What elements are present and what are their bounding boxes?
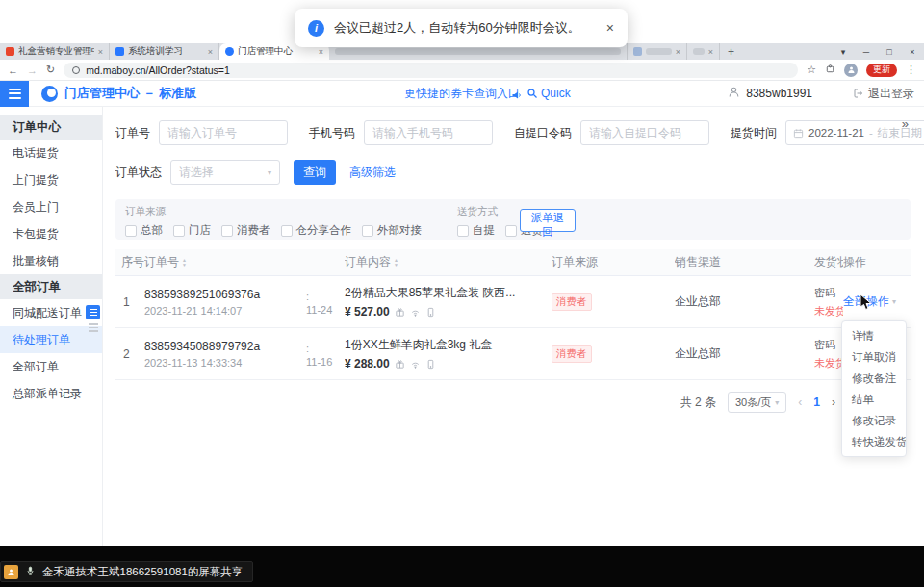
browser-address-bar: ← → ↻ md.maboy.cn/AllOrder?status=1 ☆ 更新… [0, 60, 924, 81]
source-checkbox-warehouse-share[interactable]: 仓分享合作 [281, 223, 352, 238]
tab-close-icon[interactable]: × [319, 47, 323, 57]
tab-close-icon[interactable]: × [98, 47, 103, 57]
window-close-button[interactable]: × [901, 47, 924, 57]
product-title: 2份精品大果85苹果礼盒装 陕西... [345, 285, 552, 301]
extensions-icon[interactable] [825, 64, 835, 76]
tab-training[interactable]: 系统培训学习 × [110, 43, 219, 60]
sidebar-section-all-orders[interactable]: 全部订单 [0, 274, 102, 299]
refresh-button[interactable]: ↻ [46, 64, 55, 76]
prev-page-button[interactable]: ‹ [798, 396, 802, 409]
all-actions-dropdown-trigger[interactable]: 全部操作 ▾ [843, 294, 911, 310]
dispatch-return-button[interactable]: 派单退回 [520, 209, 576, 232]
pickup-time-label: 提货时间 [731, 125, 777, 141]
pickup-code-input[interactable] [580, 120, 709, 145]
tab-close-icon[interactable]: × [708, 47, 713, 57]
next-page-button[interactable]: › [832, 396, 835, 409]
toast-close-icon[interactable]: × [606, 20, 614, 36]
sidebar-item-batch-verify[interactable]: 批量核销 [0, 247, 102, 274]
tab-search-icon[interactable]: ▾ [832, 47, 855, 57]
pickup-code-group: 自提口令码 [514, 120, 709, 145]
table-header-row: 序号 订单号 ▲▼ 订单内容 ▲▼ 订单来源 销售渠道 发货状态 操作 [116, 249, 911, 276]
menu-item-details[interactable]: 详情 [842, 325, 906, 346]
profile-avatar[interactable] [844, 64, 858, 77]
quick-search-link[interactable]: Quick [526, 87, 571, 100]
menu-item-edit-remark[interactable]: 修改备注 [842, 368, 906, 389]
tab-redacted-2[interactable]: × [628, 43, 687, 60]
sidebar-item-all-orders[interactable]: 全部订单 [0, 353, 102, 380]
drag-handle-icon[interactable] [89, 323, 98, 332]
sidebar-item-door-pickup[interactable]: 上门提货 [0, 166, 102, 193]
site-info-icon[interactable] [72, 66, 80, 74]
collapse-panel-icon[interactable]: » [902, 116, 909, 131]
sort-icon[interactable]: ▲▼ [182, 258, 187, 267]
tab-giftbox-admin[interactable]: 礼盒营销专业管理中心 × [0, 43, 110, 60]
tab-favicon [633, 47, 642, 56]
sidebar-item-hq-dispatch-records[interactable]: 总部派单记录 [0, 380, 102, 407]
menu-toggle-button[interactable] [0, 81, 29, 107]
search-button[interactable]: 查询 [294, 160, 336, 185]
column-content[interactable]: 订单内容 ▲▼ [345, 254, 552, 270]
sidebar-item-phone-pickup[interactable]: 电话提货 [0, 140, 102, 166]
checkbox-icon[interactable] [505, 225, 517, 237]
sort-icon[interactable]: ▲▼ [394, 258, 398, 267]
checkbox-icon[interactable] [221, 225, 233, 237]
menu-item-cancel-order[interactable]: 订单取消 [842, 346, 906, 368]
column-order-no[interactable]: 订单号 ▲▼ [144, 254, 296, 270]
chrome-update-button[interactable]: 更新 [866, 64, 897, 77]
logout-button[interactable]: 退出登录 [853, 86, 914, 102]
menu-item-express-ship[interactable]: 转快递发货 [842, 431, 906, 452]
tab-favicon [225, 47, 234, 56]
order-no-input[interactable] [159, 120, 288, 145]
source-checkbox-external[interactable]: 外部对接 [362, 223, 422, 238]
tab-title: 系统培训学习 [128, 45, 204, 58]
phone-input[interactable] [364, 120, 493, 145]
tab-close-icon[interactable]: × [208, 47, 213, 57]
page-size-select[interactable]: 30条/页 ▾ [728, 392, 786, 413]
coupon-query-link[interactable]: 更快捷的券卡查询入口 [404, 86, 520, 102]
source-checkbox-store[interactable]: 门店 [173, 223, 211, 238]
bookmark-star-icon[interactable]: ☆ [807, 64, 816, 76]
sidebar-item-card-pickup[interactable]: 卡包提货 [0, 220, 102, 247]
table-row: 2 83859345088979792a 2023-11-13 14:33:34… [116, 328, 911, 380]
forward-button[interactable]: → [27, 64, 38, 76]
delivery-checkbox-selfpickup[interactable]: 自提 [457, 223, 495, 238]
page-1-button[interactable]: 1 [813, 396, 820, 409]
order-status-select[interactable]: 请选择 ▾ [170, 160, 280, 185]
screen-share-bar[interactable]: 金禾通技术王斌18662591081的屏幕共享 [0, 561, 253, 582]
username[interactable]: 8385wb1991 [746, 87, 812, 100]
gift-icon [395, 307, 405, 318]
sidebar-item-member-visit[interactable]: 会员上门 [0, 193, 102, 220]
date-start-value[interactable]: 2022-11-21 [808, 127, 864, 139]
screen-share-text: 金禾通技术王斌18662591081的屏幕共享 [42, 565, 243, 579]
browser-menu-icon[interactable]: ⋮ [906, 64, 916, 76]
redacted-title [335, 48, 621, 55]
menu-item-close-order[interactable]: 结单 [842, 389, 906, 410]
order-created-time: 2023-11-21 14:14:07 [144, 305, 296, 317]
tab-redacted-3[interactable]: × [687, 43, 720, 60]
checkbox-icon[interactable] [362, 225, 373, 237]
back-button[interactable]: ← [8, 64, 18, 76]
checkbox-icon[interactable] [125, 225, 137, 237]
calendar-icon [793, 128, 804, 139]
maximize-button[interactable]: □ [878, 47, 901, 57]
checkbox-icon[interactable] [173, 225, 185, 237]
source-checkbox-hq[interactable]: 总部 [125, 223, 163, 238]
date-end-placeholder[interactable]: 结束日期 [878, 126, 922, 140]
pickup-fragment: 11-24 [306, 304, 345, 316]
tab-close-icon[interactable]: × [676, 47, 680, 57]
column-label: 订单号 [144, 254, 179, 270]
source-checkbox-consumer[interactable]: 消费者 [221, 223, 270, 238]
url-input[interactable]: md.maboy.cn/AllOrder?status=1 [64, 63, 798, 78]
quick-nav-button[interactable] [86, 305, 100, 319]
pickup-code-label: 自提口令码 [514, 125, 572, 141]
menu-item-edit-history[interactable]: 修改记录 [842, 410, 906, 431]
checkbox-icon[interactable] [457, 225, 469, 237]
announcement-icon [511, 88, 523, 105]
filter-panel: 订单来源 总部 门店 消费者 仓分享合作 外部对接 送货方式 自提 送货 派单退… [116, 199, 911, 240]
new-tab-button[interactable]: + [728, 45, 734, 59]
checkbox-icon[interactable] [281, 225, 293, 237]
minimize-button[interactable]: ─ [855, 47, 878, 57]
order-content-cell: 1份XX生鲜羊肉礼盒3kg 礼盒 ¥ 288.00 [345, 337, 552, 370]
advanced-filter-link[interactable]: 高级筛选 [349, 165, 396, 181]
sidebar-section-order-center[interactable]: 订单中心 [0, 115, 102, 140]
